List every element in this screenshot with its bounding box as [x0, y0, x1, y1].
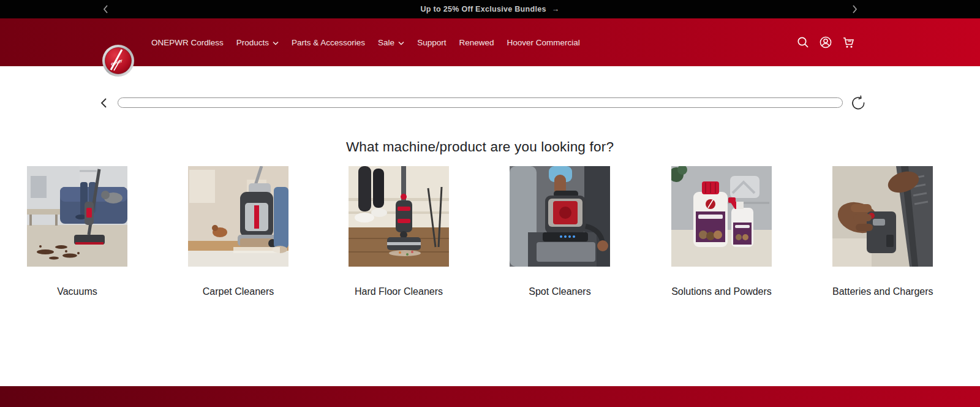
category-label: Batteries and Chargers [832, 286, 933, 297]
nav-products[interactable]: Products [236, 38, 279, 47]
nav-onepwr-cordless[interactable]: ONEPWR Cordless [151, 38, 224, 47]
spot-cleaners-image [510, 166, 610, 267]
carpet-cleaners-image [188, 166, 288, 267]
category-card-vacuums[interactable]: Vacuums [27, 166, 127, 297]
footer-strip [0, 386, 980, 407]
account-icon[interactable] [819, 36, 832, 49]
category-card-spot-cleaners[interactable]: Spot Cleaners [510, 166, 610, 297]
nav-label: Support [417, 38, 446, 47]
header-icons [796, 18, 855, 66]
quiz-progress-bar [118, 97, 843, 108]
nav-label: Sale [378, 38, 394, 47]
main-header: oover ONEPWR Cordless Products Parts & A… [0, 18, 980, 66]
hoover-logo[interactable]: oover [102, 44, 135, 77]
announcement-bar: Up to 25% Off Exclusive Bundles → [0, 0, 980, 18]
chevron-left-icon[interactable] [99, 2, 113, 16]
quiz-question-heading: What machine/product are you looking for… [0, 139, 960, 155]
nav-parts-accessories[interactable]: Parts & Accessories [292, 38, 365, 47]
category-label: Hard Floor Cleaners [349, 286, 449, 297]
cart-icon[interactable] [842, 36, 855, 49]
chevron-down-icon [273, 41, 279, 45]
restart-icon[interactable] [849, 94, 866, 112]
chevron-right-icon[interactable] [848, 2, 861, 16]
category-card-hard-floor-cleaners[interactable]: Hard Floor Cleaners [349, 166, 449, 297]
announcement-link[interactable]: Up to 25% Off Exclusive Bundles → [421, 5, 560, 13]
vacuums-image [27, 166, 127, 267]
chevron-down-icon [398, 41, 404, 45]
category-label: Spot Cleaners [510, 286, 610, 297]
category-card-solutions-powders[interactable]: Solutions and Powders [671, 166, 772, 297]
announcement-text: Up to 25% Off Exclusive Bundles [421, 5, 546, 13]
nav-sale[interactable]: Sale [378, 38, 404, 47]
primary-nav: ONEPWR Cordless Products Parts & Accesso… [151, 18, 580, 66]
category-label: Solutions and Powders [671, 286, 772, 297]
nav-label: ONEPWR Cordless [151, 38, 224, 47]
nav-hoover-commercial[interactable]: Hoover Commercial [507, 38, 579, 47]
nav-label: Renewed [459, 38, 494, 47]
nav-renewed[interactable]: Renewed [459, 38, 494, 47]
category-label: Carpet Cleaners [188, 286, 288, 297]
category-card-batteries-chargers[interactable]: Batteries and Chargers [832, 166, 933, 297]
category-card-carpet-cleaners[interactable]: Carpet Cleaners [188, 166, 288, 297]
nav-label: Hoover Commercial [507, 38, 579, 47]
quiz-back-chevron-icon[interactable] [97, 96, 111, 110]
batteries-chargers-image [832, 166, 933, 267]
nav-label: Products [236, 38, 269, 47]
solutions-powders-image [671, 166, 772, 267]
nav-support[interactable]: Support [417, 38, 446, 47]
arrow-right-icon: → [552, 5, 560, 13]
nav-label: Parts & Accessories [292, 38, 365, 47]
category-label: Vacuums [27, 286, 127, 297]
hard-floor-cleaners-image [349, 166, 449, 267]
search-icon[interactable] [796, 36, 810, 49]
